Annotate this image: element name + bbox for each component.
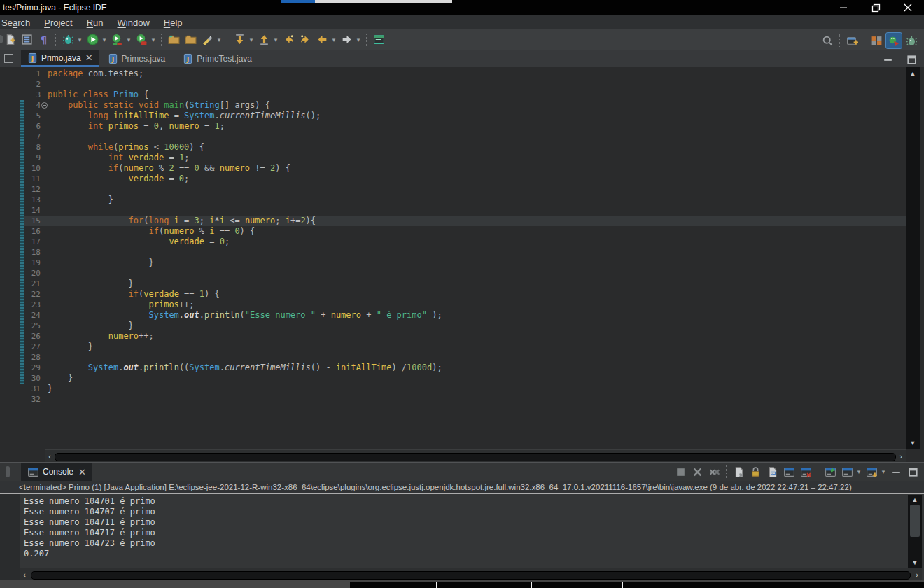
console-output[interactable]: Esse numero 104701 é primoEsse numero 10… xyxy=(24,496,155,559)
minimize-window-button[interactable] xyxy=(827,0,860,15)
dropdown-chevron-icon[interactable]: ▾ xyxy=(330,36,337,43)
code-line: } xyxy=(48,321,442,331)
console-view-icon xyxy=(27,466,39,478)
console-vertical-scrollbar[interactable]: ▲ ▼ xyxy=(908,495,922,568)
menu-window[interactable]: Window xyxy=(111,15,157,29)
open-console-icon[interactable] xyxy=(864,464,879,479)
console-output-line: 0.207 xyxy=(24,549,155,559)
remove-all-terminated-icon[interactable] xyxy=(706,464,722,479)
tab-console[interactable]: Console ✕ xyxy=(21,463,92,481)
clear-console-icon[interactable] xyxy=(731,464,746,479)
dropdown-chevron-icon[interactable]: ▾ xyxy=(76,36,83,43)
dropdown-chevron-icon[interactable]: ▾ xyxy=(248,36,255,43)
display-console-icon[interactable] xyxy=(839,464,855,479)
maximize-view-icon[interactable] xyxy=(904,52,919,67)
console-drag-handle[interactable] xyxy=(6,466,10,477)
show-stderr-icon[interactable] xyxy=(798,464,813,479)
show-stdout-icon[interactable] xyxy=(781,464,797,479)
scroll-left-icon[interactable]: ‹ xyxy=(45,450,55,462)
minimize-view-icon[interactable] xyxy=(888,464,904,479)
java-perspective-icon[interactable] xyxy=(886,32,902,49)
toolbar-separator xyxy=(366,34,367,46)
menu-search[interactable]: Search xyxy=(0,15,37,29)
word-wrap-icon[interactable] xyxy=(764,464,780,479)
scroll-down-icon[interactable]: ▼ xyxy=(908,558,922,568)
title-bar: tes/Primo.java - Eclipse IDE xyxy=(0,0,924,15)
pin-console-icon[interactable] xyxy=(822,464,838,479)
next-edit-location-icon[interactable] xyxy=(298,32,313,48)
search-icon[interactable] xyxy=(200,32,215,48)
code-line: System.out.println((System.currentTimeMi… xyxy=(48,363,442,373)
last-edit-location-icon[interactable] xyxy=(281,32,296,48)
tab-primetest-java[interactable]: J PrimeTest.java xyxy=(176,50,261,67)
dropdown-chevron-icon[interactable]: ▾ xyxy=(150,36,157,43)
minimize-view-icon[interactable] xyxy=(880,52,895,67)
code-line xyxy=(48,184,442,195)
dropdown-chevron-icon[interactable]: ▾ xyxy=(101,36,108,43)
scrollbar-thumb[interactable] xyxy=(910,505,920,537)
scrollbar-thumb[interactable] xyxy=(55,453,896,461)
line-number: 25 xyxy=(20,321,41,331)
dropdown-chevron-icon[interactable]: ▾ xyxy=(855,468,862,475)
open-task-icon[interactable] xyxy=(19,32,34,48)
debug-icon[interactable] xyxy=(60,32,76,48)
dropdown-chevron-icon[interactable]: ▾ xyxy=(272,36,279,43)
show-whitespace-icon[interactable]: ¶ xyxy=(36,32,51,48)
fold-collapse-icon[interactable] xyxy=(41,102,48,108)
remove-launch-icon[interactable] xyxy=(690,464,705,479)
menu-bar: SearchProjectRunWindowHelp xyxy=(0,15,924,29)
maximize-view-icon[interactable] xyxy=(905,464,920,479)
open-resource-icon[interactable] xyxy=(166,32,181,48)
code-line: if(numero % i == 0) { xyxy=(48,226,442,237)
code-editor[interactable]: 1234567891011121314151617181920212223242… xyxy=(0,67,924,462)
line-number: 26 xyxy=(20,331,41,342)
console-horizontal-scrollbar[interactable]: ‹ › xyxy=(20,568,922,580)
line-number: 24 xyxy=(20,310,41,321)
console-tab-label: Console xyxy=(43,467,74,477)
open-perspective-icon[interactable] xyxy=(844,33,860,48)
scrollbar-thumb[interactable] xyxy=(31,571,911,580)
line-number: 30 xyxy=(20,373,41,384)
run-icon[interactable] xyxy=(85,32,100,48)
profile-icon[interactable] xyxy=(134,32,149,48)
open-type-icon[interactable] xyxy=(183,32,198,48)
tab-primo-java[interactable]: J Primo.java✕ xyxy=(21,50,99,67)
terminate-icon[interactable] xyxy=(673,464,688,479)
editor-vertical-scrollbar[interactable]: ▲ ▼ xyxy=(906,67,920,449)
previous-annotation-icon[interactable] xyxy=(256,32,272,48)
restore-window-button[interactable] xyxy=(860,0,892,15)
coverage-icon[interactable] xyxy=(109,32,125,48)
code-line: } xyxy=(48,384,442,394)
next-annotation-icon[interactable] xyxy=(232,32,247,48)
editor-horizontal-scrollbar[interactable]: ‹ › xyxy=(45,449,906,462)
pin-editor-icon[interactable] xyxy=(371,32,386,48)
code-line xyxy=(48,394,442,405)
tab-primes-java[interactable]: J Primes.java xyxy=(102,50,175,67)
menu-run[interactable]: Run xyxy=(80,15,111,29)
line-number: 1 xyxy=(20,69,41,79)
scroll-down-icon[interactable]: ▼ xyxy=(906,438,920,448)
close-icon[interactable]: ✕ xyxy=(85,52,93,63)
scroll-right-icon[interactable]: › xyxy=(896,450,906,462)
new-wizard-icon[interactable] xyxy=(2,32,18,48)
dropdown-chevron-icon[interactable]: ▾ xyxy=(216,36,223,43)
scroll-up-icon[interactable]: ▲ xyxy=(906,69,920,78)
debug-perspective-icon[interactable] xyxy=(904,33,919,48)
close-window-button[interactable] xyxy=(892,0,924,15)
code-line: } xyxy=(48,258,442,268)
javaee-perspective-icon[interactable] xyxy=(869,33,884,48)
forward-icon[interactable] xyxy=(339,32,354,48)
dropdown-chevron-icon[interactable]: ▾ xyxy=(125,36,132,43)
close-icon[interactable]: ✕ xyxy=(78,467,86,477)
dropdown-chevron-icon[interactable]: ▾ xyxy=(355,36,362,43)
scroll-up-icon[interactable]: ▲ xyxy=(908,495,922,505)
overlay-progress-white xyxy=(315,0,452,4)
quick-search-icon[interactable] xyxy=(820,33,835,48)
java-file-icon: J xyxy=(108,53,118,64)
svg-text:J: J xyxy=(31,54,34,62)
back-icon[interactable] xyxy=(314,32,330,48)
dropdown-chevron-icon[interactable]: ▾ xyxy=(880,468,887,475)
scroll-lock-icon[interactable] xyxy=(748,464,763,479)
menu-help[interactable]: Help xyxy=(157,15,190,29)
menu-project[interactable]: Project xyxy=(37,15,79,29)
